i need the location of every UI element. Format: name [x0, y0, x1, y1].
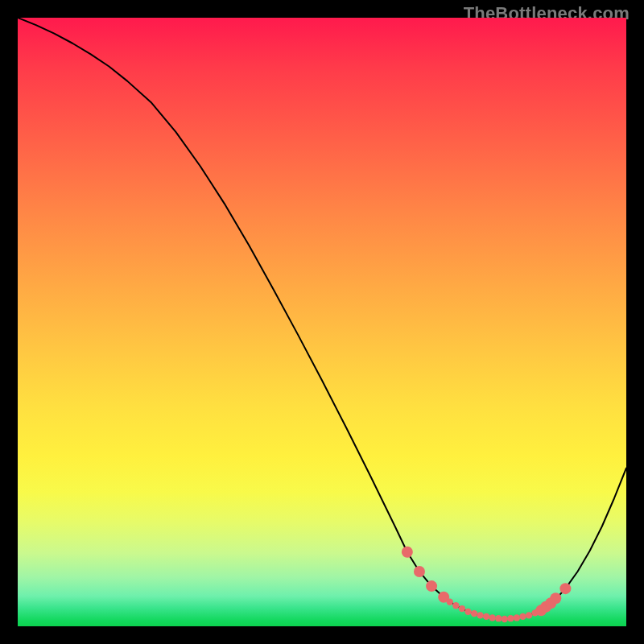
valley-highlight-point	[459, 605, 465, 612]
valley-highlight-point	[426, 580, 437, 592]
valley-highlight-point	[483, 613, 489, 620]
valley-highlight-point	[495, 615, 502, 621]
plot-area	[18, 18, 626, 626]
valley-highlight-point	[514, 614, 520, 621]
series-container	[18, 18, 626, 622]
valley-highlight-point	[559, 583, 571, 594]
valley-highlight-point	[464, 609, 471, 615]
valley-highlight-point	[452, 602, 459, 609]
chart-container: TheBottleneck.com	[0, 0, 644, 644]
valley-highlight-point	[414, 566, 425, 577]
valley-highlight-point	[477, 612, 483, 618]
valley-highlight-point	[502, 616, 508, 622]
valley-highlight-point	[526, 612, 532, 618]
chart-svg	[18, 18, 626, 626]
valley-highlight-point	[550, 592, 561, 604]
valley-highlight-point	[471, 610, 477, 617]
main-curve-path	[18, 18, 626, 619]
valley-highlight-point	[519, 613, 526, 620]
valley-highlight-point	[402, 547, 413, 558]
valley-highlight-point	[447, 599, 453, 605]
valley-highlight-point	[489, 614, 495, 621]
valley-highlight-point	[507, 615, 514, 621]
